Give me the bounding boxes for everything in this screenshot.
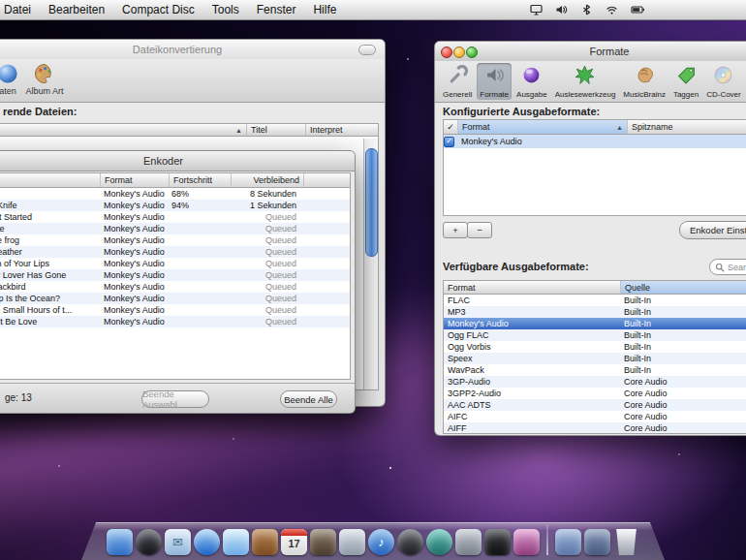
cell-remaining: Queued <box>229 223 300 234</box>
end-all-button[interactable]: Beende Alle <box>280 390 337 408</box>
table-row[interactable]: n the frogMonkey's AudioQueued <box>0 234 350 246</box>
toolbar-item-taggen[interactable]: Taggen <box>670 63 701 100</box>
dock-icon-safari[interactable] <box>194 529 220 555</box>
toolbar-item-album-art[interactable]: Album Art <box>21 62 68 96</box>
encoder-settings-button[interactable]: Enkoder Einstell <box>679 221 746 239</box>
column-header-titel[interactable]: Titel <box>247 124 306 136</box>
battery-icon[interactable] <box>631 4 645 16</box>
table-row[interactable]: FLACBuilt-In <box>444 295 746 306</box>
cell-source: Built-In <box>620 306 746 318</box>
column-header-format[interactable]: Format ▲ <box>458 120 628 134</box>
table-row[interactable]: ✓Monkey's Audio <box>444 135 746 148</box>
volume-icon[interactable] <box>555 4 568 16</box>
column-header-interpret[interactable]: Interpret <box>306 124 378 136</box>
toolbar-item-generell[interactable]: Generell <box>440 63 475 100</box>
table-row[interactable]: MP3Built-In <box>444 306 746 318</box>
formats-titlebar[interactable]: Formate <box>435 42 746 62</box>
close-button[interactable] <box>441 47 452 58</box>
table-row[interactable]: e BlackbirdMonkey's AudioQueued <box>0 281 350 293</box>
dock-icon-stack-downloads[interactable] <box>584 529 610 555</box>
table-row[interactable]: the KnifeMonkey's Audio94%1 Sekunden <box>0 200 350 211</box>
dock-icon-trash[interactable] <box>613 529 639 555</box>
dock-icon-preview[interactable] <box>339 529 365 555</box>
search-field[interactable]: Searc <box>709 259 746 275</box>
encoder-bottom-bar: ge: 13 Beende Auswahl Beende Alle <box>0 383 355 413</box>
mail-glyph: ✉ <box>172 536 183 548</box>
column-header-fortschritt[interactable]: Fortschritt <box>170 173 232 187</box>
dock-icon-finder[interactable] <box>107 529 133 555</box>
dock-icon-ical[interactable]: 17 <box>281 529 307 555</box>
column-header-check[interactable]: ✓ <box>444 120 458 134</box>
bluetooth-icon[interactable] <box>580 4 593 16</box>
table-row[interactable]: WavPackBuilt-In <box>444 364 746 376</box>
dock-icon-dvd-player[interactable] <box>397 529 423 555</box>
table-row[interactable]: AAC ADTSCore Audio <box>444 399 746 411</box>
column-header-file[interactable]: ▲ <box>0 124 247 136</box>
dock-icon-time-machine[interactable] <box>426 529 452 555</box>
table-row[interactable]: Monkey's AudioBuilt-In <box>444 318 746 329</box>
cell-remaining: 1 Sekunden <box>229 200 300 211</box>
table-row[interactable]: Ogg VorbisBuilt-In <box>444 341 746 353</box>
table-row[interactable]: Your Lover Has GoneMonkey's AudioQueued <box>0 269 350 281</box>
table-row[interactable]: t Get StartedMonkey's AudioQueued <box>0 211 350 223</box>
menu-item-bearbeiten[interactable]: Bearbeiten <box>40 0 113 19</box>
zoom-button[interactable] <box>466 47 478 58</box>
toolbar-item-label: aten <box>0 86 16 96</box>
table-row[interactable]: SpeexBuilt-In <box>444 353 746 364</box>
dock-icon-max[interactable] <box>513 529 540 555</box>
cell-format: Monkey's Audio <box>100 293 168 304</box>
dock-icon-itunes[interactable]: ♪ <box>368 529 394 555</box>
table-row[interactable]: Wee Small Hours of t...Monkey's AudioQue… <box>0 304 350 316</box>
table-row[interactable]: AIFCCore Audio <box>444 411 746 422</box>
toolbar-item-musicbrainz[interactable]: MusicBrainz <box>620 63 668 100</box>
toolbar-item-formate[interactable]: Formate <box>477 63 512 100</box>
end-selection-button[interactable]: Beende Auswahl <box>141 390 209 408</box>
table-row[interactable]: AIFFCore Audio <box>444 422 746 434</box>
dock-icon-photo-booth[interactable] <box>310 529 336 555</box>
table-row[interactable]: ouch of Your LipsMonkey's AudioQueued <box>0 258 350 269</box>
column-header-title[interactable] <box>0 173 101 187</box>
column-header-format[interactable]: Format <box>101 173 170 187</box>
toolbar-item-auslesewerkzeug[interactable]: Auslesewerkzeug <box>552 63 619 100</box>
table-row[interactable]: erMonkey's Audio68%8 Sekunden <box>0 188 350 200</box>
menu-item-fenster[interactable]: Fenster <box>248 0 305 19</box>
scrollbar-thumb[interactable] <box>365 148 378 257</box>
dock-icon-address-book[interactable] <box>252 529 278 555</box>
cell-format: 3GP-Audio <box>444 376 620 388</box>
toolbar-item-label: Formate <box>480 90 509 99</box>
column-header-quelle[interactable]: Quelle <box>621 281 746 294</box>
menu-item-tools[interactable]: Tools <box>203 0 248 19</box>
dock-icon-system-preferences[interactable] <box>455 529 482 555</box>
table-row[interactable]: hemeMonkey's AudioQueued <box>0 223 350 234</box>
table-row[interactable]: y WeatherMonkey's AudioQueued <box>0 246 350 258</box>
menu-item-hilfe[interactable]: Hilfe <box>304 0 345 19</box>
toolbar-item-ausgabe[interactable]: Ausgabe <box>513 63 550 100</box>
menu-item-compact-disc[interactable]: Compact Disc <box>113 0 203 19</box>
encoder-titlebar[interactable]: Enkoder <box>0 151 355 171</box>
vertical-scrollbar[interactable] <box>363 139 378 389</box>
column-header-spitzname[interactable]: Spitzname <box>628 120 746 134</box>
dock-icon-terminal[interactable] <box>484 529 511 555</box>
table-row[interactable]: Can't Be LoveMonkey's AudioQueued <box>0 316 350 327</box>
file-conversion-titlebar[interactable]: Dateikonvertierung <box>0 40 385 60</box>
checkbox-checked-icon[interactable]: ✓ <box>444 137 454 147</box>
column-header-format[interactable]: Format <box>444 281 621 294</box>
collapse-widget[interactable] <box>358 45 376 55</box>
cell-format: AIFF <box>444 422 620 434</box>
dock-icon-mail[interactable]: ✉ <box>165 529 191 555</box>
minimize-button[interactable] <box>453 47 465 58</box>
add-format-button[interactable]: + <box>443 222 468 238</box>
table-row[interactable]: Ogg FLACBuilt-In <box>444 329 746 341</box>
table-row[interactable]: Deep Is the Ocean?Monkey's AudioQueued <box>0 293 350 304</box>
remove-format-button[interactable]: − <box>467 222 492 238</box>
column-header-verbleibend[interactable]: Verbleibend <box>232 173 304 187</box>
menu-item-datei[interactable]: Datei <box>0 0 40 19</box>
table-row[interactable]: 3GP-AudioCore Audio <box>444 376 746 388</box>
display-icon[interactable] <box>530 4 543 16</box>
airport-icon[interactable] <box>606 4 618 16</box>
dock-icon-stack-documents[interactable] <box>555 529 581 555</box>
dock-icon-ichat[interactable] <box>223 529 249 555</box>
dock-icon-dashboard[interactable] <box>136 529 162 555</box>
toolbar-item-cd-cover[interactable]: CD-Cover <box>703 63 744 100</box>
table-row[interactable]: 3GPP2-AudioCore Audio <box>444 388 746 399</box>
